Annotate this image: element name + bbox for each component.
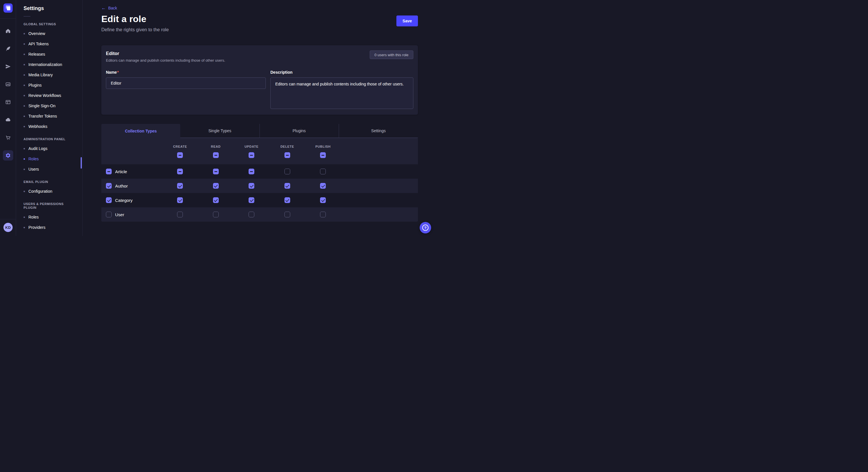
description-textarea[interactable]	[270, 77, 413, 109]
bullet-icon	[24, 169, 25, 170]
role-fields-row: Name* Description	[106, 69, 413, 110]
save-button[interactable]: Save	[396, 15, 418, 26]
role-description-text: Editors can manage and publish contents …	[106, 58, 225, 63]
select-all-row	[101, 148, 418, 164]
sidebar-item-label: Single Sign-On	[28, 103, 55, 108]
select-all-cell	[305, 152, 341, 158]
bullet-icon	[24, 105, 25, 107]
help-button[interactable]: ?	[420, 222, 431, 233]
permissions-panel: CREATEREADUPDATEDELETEPUBLISH ArticleAut…	[101, 138, 418, 222]
permission-cell	[162, 197, 198, 203]
sidebar-item-plugins[interactable]: Plugins	[16, 80, 82, 90]
subnav-title: Settings	[24, 5, 75, 12]
users-with-role-button[interactable]: 0 users with this role	[370, 50, 414, 59]
sidebar-item-single-sign-on[interactable]: Single Sign-On	[16, 101, 82, 111]
rail-button-layout-panel-icon[interactable]	[3, 97, 13, 107]
checkbox-user-publish[interactable]	[320, 212, 326, 217]
sidebar-item-roles[interactable]: Roles	[16, 212, 82, 222]
checkbox-category-delete[interactable]	[284, 197, 290, 203]
tab-settings[interactable]: Settings	[339, 124, 418, 138]
checkbox-user-read[interactable]	[213, 212, 219, 217]
checkbox-author-update[interactable]	[249, 183, 254, 189]
column-header-update: UPDATE	[234, 145, 270, 148]
checkbox-row-category[interactable]	[106, 197, 112, 203]
rail-button-home-icon[interactable]	[3, 26, 13, 36]
checkbox-category-update[interactable]	[249, 197, 254, 203]
subnav-sections: GLOBAL SETTINGSOverviewAPI TokensRelease…	[16, 22, 82, 233]
sidebar-item-api-tokens[interactable]: API Tokens	[16, 39, 82, 49]
sidebar-item-roles[interactable]: Roles	[16, 154, 82, 164]
sidebar-item-media-library[interactable]: Media Library	[16, 70, 82, 80]
sidebar-item-label: Transfer Tokens	[28, 114, 57, 119]
name-input[interactable]	[106, 77, 266, 89]
permission-cell	[234, 212, 270, 217]
sidebar-item-label: Providers	[28, 225, 45, 230]
checkbox-author-delete[interactable]	[284, 183, 290, 189]
checkbox-author-create[interactable]	[177, 183, 183, 189]
checkbox-article-read[interactable]	[213, 169, 219, 174]
rail-button-media-images-icon[interactable]	[3, 79, 13, 90]
sidebar-item-transfer-tokens[interactable]: Transfer Tokens	[16, 111, 82, 121]
checkbox-user-delete[interactable]	[284, 212, 290, 217]
checkbox-category-create[interactable]	[177, 197, 183, 203]
checkbox-row-user[interactable]	[106, 212, 112, 217]
checkbox-article-update[interactable]	[249, 169, 254, 174]
sidebar-item-users[interactable]: Users	[16, 164, 82, 174]
sidebar-item-label: Webhooks	[28, 124, 48, 129]
rail-button-feather-icon[interactable]	[3, 43, 13, 54]
checkbox-article-delete[interactable]	[284, 169, 290, 174]
checkbox-author-read[interactable]	[213, 183, 219, 189]
checkbox-select-all-publish[interactable]	[320, 152, 326, 158]
sidebar-item-label: Releases	[28, 52, 45, 57]
permission-cell	[305, 197, 341, 203]
subnav-scrollbar-thumb[interactable]	[81, 157, 82, 169]
checkbox-row-author[interactable]	[106, 183, 112, 189]
checkbox-category-publish[interactable]	[320, 197, 326, 203]
checkbox-select-all-delete[interactable]	[284, 152, 290, 158]
permission-column-labels: CREATEREADUPDATEDELETEPUBLISH	[101, 145, 418, 148]
tab-plugins[interactable]: Plugins	[259, 124, 339, 138]
role-details-card: Editor Editors can manage and publish co…	[101, 45, 418, 115]
row-name-cell: Article	[101, 169, 162, 174]
rail-button-cloud-icon[interactable]	[3, 115, 13, 125]
rail-bottom: KD	[0, 219, 16, 236]
column-header-delete: DELETE	[270, 145, 305, 148]
name-field-group: Name*	[106, 69, 266, 110]
checkbox-category-read[interactable]	[213, 197, 219, 203]
checkbox-article-create[interactable]	[177, 169, 183, 174]
permission-cell	[305, 212, 341, 217]
strapi-logo[interactable]	[3, 3, 12, 12]
checkbox-article-publish[interactable]	[320, 169, 326, 174]
checkbox-user-create[interactable]	[177, 212, 183, 217]
checkbox-select-all-create[interactable]	[177, 152, 183, 158]
nav-section-label: EMAIL PLUGIN	[24, 180, 75, 184]
checkbox-select-all-update[interactable]	[249, 152, 254, 158]
table-row-user: User	[101, 207, 418, 222]
sidebar-item-releases[interactable]: Releases	[16, 49, 82, 59]
main-content: ← Back Edit a role Define the rights giv…	[83, 0, 434, 236]
sidebar-item-providers[interactable]: Providers	[16, 222, 82, 233]
checkbox-row-article[interactable]	[106, 169, 112, 174]
permission-cell	[198, 183, 234, 189]
back-link[interactable]: ← Back	[101, 6, 117, 10]
permission-cell	[234, 169, 270, 174]
tab-collection-types[interactable]: Collection Types	[101, 124, 180, 138]
row-label: User	[115, 212, 124, 217]
sidebar-item-internationalization[interactable]: Internationalization	[16, 59, 82, 70]
sidebar-item-webhooks[interactable]: Webhooks	[16, 121, 82, 132]
sidebar-item-overview[interactable]: Overview	[16, 28, 82, 39]
sidebar-item-review-workflows[interactable]: Review Workflows	[16, 90, 82, 101]
checkbox-select-all-read[interactable]	[213, 152, 219, 158]
rail-button-gear-icon[interactable]	[3, 150, 13, 161]
avatar[interactable]: KD	[3, 223, 12, 232]
checkbox-user-update[interactable]	[249, 212, 254, 217]
rail-button-paper-plane-icon[interactable]	[3, 61, 13, 72]
checkbox-author-publish[interactable]	[320, 183, 326, 189]
sidebar-item-configuration[interactable]: Configuration	[16, 186, 82, 196]
description-field-group: Description	[270, 69, 413, 110]
rail-button-cart-icon[interactable]	[3, 133, 13, 143]
tab-single-types[interactable]: Single Types	[180, 124, 259, 138]
table-row-article: Article	[101, 164, 418, 179]
sidebar-item-audit-logs[interactable]: Audit Logs	[16, 143, 82, 154]
page-subtitle: Define the rights given to the role	[101, 26, 418, 33]
